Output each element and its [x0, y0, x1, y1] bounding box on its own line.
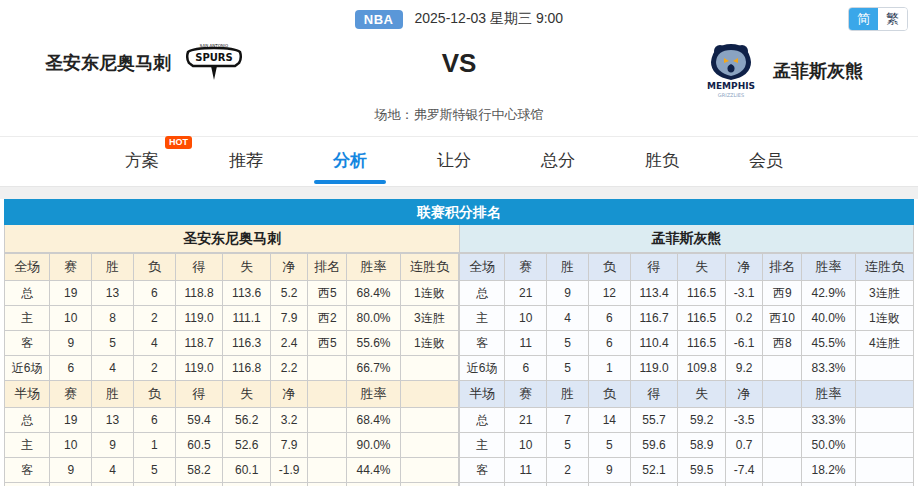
stat-cell	[763, 458, 802, 483]
away-full-row: 总21912113.4116.5-3.1西942.9%3连胜	[460, 281, 914, 306]
simplified-chinese-button[interactable]: 简	[849, 8, 878, 30]
stat-cell: 4	[133, 331, 175, 356]
row-label: 主	[5, 306, 50, 331]
tab-fangan[interactable]: 方案HOT	[108, 139, 176, 184]
column-header: 赛	[50, 381, 92, 408]
stat-cell: 33.3%	[802, 408, 856, 433]
stat-cell: 6	[133, 408, 175, 433]
stat-cell	[308, 356, 347, 381]
stat-cell: 11	[505, 458, 547, 483]
stat-cell: 80.0%	[347, 306, 401, 331]
column-header: 排名	[308, 254, 347, 281]
tab-shengfu[interactable]: 胜负	[628, 139, 696, 184]
stat-cell: -3.1	[726, 281, 763, 306]
home-half-row: 近6场65159.357.51.883.3%	[5, 483, 459, 486]
stat-cell: 2	[547, 483, 589, 486]
row-label: 主	[460, 306, 505, 331]
column-header: 连胜负	[855, 254, 913, 281]
stat-cell: 7	[547, 408, 589, 433]
column-header: 得	[175, 254, 223, 281]
tab-huiyuan[interactable]: 会员	[732, 139, 800, 184]
column-header: 负	[133, 381, 175, 408]
away-half-header-row: 半场赛胜负得失净胜率	[460, 381, 914, 408]
stat-cell	[763, 356, 802, 381]
stat-cell: 西9	[763, 281, 802, 306]
tab-tuijian[interactable]: 推荐	[212, 139, 280, 184]
stat-cell: 6	[133, 281, 175, 306]
stat-cell: 59.3	[175, 483, 223, 486]
away-full-header-row: 全场赛胜负得失净排名胜率连胜负	[460, 254, 914, 281]
stat-cell: 5	[133, 458, 175, 483]
column-header: 得	[630, 254, 678, 281]
row-label: 客	[460, 458, 505, 483]
column-header: 赛	[505, 381, 547, 408]
stat-cell	[308, 483, 347, 486]
row-label: 近6场	[460, 356, 505, 381]
row-label: 主	[5, 433, 50, 458]
row-label: 客	[5, 331, 50, 356]
away-half-row: 客112952.159.5-7.418.2%	[460, 458, 914, 483]
tab-fenxi[interactable]: 分析	[316, 139, 384, 184]
hot-badge: HOT	[165, 136, 192, 149]
row-label: 近6场	[460, 483, 505, 486]
row-label: 客	[5, 458, 50, 483]
stat-cell: 45.5%	[802, 331, 856, 356]
stat-cell	[763, 483, 802, 486]
column-header: 赛	[50, 254, 92, 281]
stat-cell: 13	[92, 281, 134, 306]
stat-cell: 118.8	[175, 281, 223, 306]
away-stat-table: 全场赛胜负得失净排名胜率连胜负总21912113.4116.5-3.1西942.…	[459, 253, 914, 486]
match-header: 圣安东尼奥马刺 SPURS SAN ANTONIO VS MEMPHIS GRI…	[0, 34, 918, 106]
stat-cell: 西8	[763, 331, 802, 356]
stat-cell: 10	[505, 433, 547, 458]
stat-cell: -1.9	[271, 458, 308, 483]
stat-cell: -6.1	[726, 331, 763, 356]
away-half-row: 主105559.658.90.750.0%	[460, 433, 914, 458]
league-badge: NBA	[355, 10, 403, 29]
stat-cell: 52.1	[630, 458, 678, 483]
stat-cell: 116.5	[678, 306, 726, 331]
match-datetime: 2025-12-03 星期三 9:00	[415, 10, 564, 28]
home-full-row: 主1082119.0111.17.9西280.0%3连胜	[5, 306, 459, 331]
column-header: 全场	[460, 254, 505, 281]
grizzlies-logo: MEMPHIS GRIZZLIES	[703, 42, 759, 100]
stat-cell: 西5	[308, 331, 347, 356]
away-team-title: 孟菲斯灰熊	[459, 225, 914, 253]
home-full-row: 客954118.7116.32.4西555.6%1连败	[5, 331, 459, 356]
stat-cell: 116.3	[223, 331, 271, 356]
stat-cell: 西5	[308, 281, 347, 306]
stat-cell	[308, 433, 347, 458]
stat-cell: 56.2	[223, 408, 271, 433]
stat-cell: 2	[133, 306, 175, 331]
stat-cell: 5	[588, 433, 630, 458]
tab-zongfen[interactable]: 总分	[524, 139, 592, 184]
stat-cell: 6	[50, 356, 92, 381]
stat-cell: 6	[588, 331, 630, 356]
home-full-row: 近6场642119.0116.82.266.7%	[5, 356, 459, 381]
home-full-header-row: 全场赛胜负得失净排名胜率连胜负	[5, 254, 459, 281]
standings-title: 联赛积分排名	[4, 199, 914, 225]
away-half-row: 近6场62456.257.7-1.533.3%	[460, 483, 914, 486]
streak-cell	[400, 408, 458, 433]
column-header: 胜	[547, 381, 589, 408]
column-header: 净	[726, 254, 763, 281]
home-half-row: 总1913659.456.23.268.4%	[5, 408, 459, 433]
tab-rangfen[interactable]: 让分	[420, 139, 488, 184]
stat-cell: 44.4%	[347, 458, 401, 483]
stat-cell: 14	[588, 408, 630, 433]
column-header: 半场	[460, 381, 505, 408]
column-header: 连胜负	[400, 254, 458, 281]
stat-cell: -3.5	[726, 408, 763, 433]
stat-cell: 58.9	[678, 433, 726, 458]
traditional-chinese-button[interactable]: 繁	[878, 8, 907, 30]
stat-cell: 5	[547, 356, 589, 381]
stat-cell: 4	[547, 306, 589, 331]
streak-cell: 3连胜	[400, 306, 458, 331]
stat-cell: 10	[50, 433, 92, 458]
venue-label: 场地：弗罗斯特银行中心球馆	[0, 106, 918, 137]
stat-cell: 116.5	[678, 331, 726, 356]
stat-cell: 83.3%	[347, 483, 401, 486]
stat-cell: 59.2	[678, 408, 726, 433]
grizzlies-logo-text: MEMPHIS	[707, 81, 755, 91]
streak-cell	[400, 433, 458, 458]
